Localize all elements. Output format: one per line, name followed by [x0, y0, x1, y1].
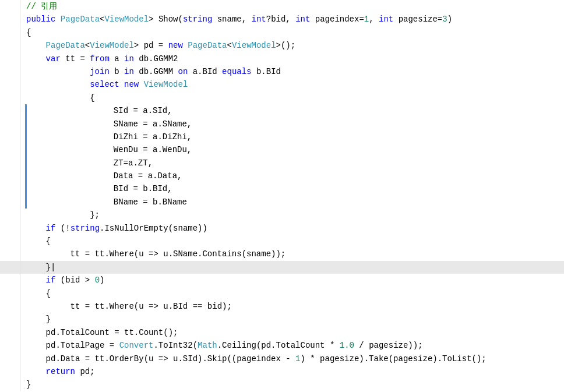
code-line-method-close: } — [0, 378, 564, 391]
code-line-select-open: { — [0, 91, 564, 104]
line-number — [0, 261, 20, 274]
code-line-where-bid: tt = tt.Where(u => u.BId == bid); — [0, 300, 564, 313]
code-text[interactable]: { — [25, 91, 564, 104]
code-line-if-bid-close: } — [0, 313, 564, 326]
code-text[interactable]: SName = a.SName, — [29, 118, 564, 130]
code-text[interactable]: // 引用 — [25, 0, 564, 13]
code-line-close-sname-highlighted[interactable]: }| — [0, 261, 564, 274]
code-line-wendu: WenDu = a.WenDu, — [0, 143, 564, 156]
code-text[interactable]: DiZhi = a.DiZhi, — [29, 130, 564, 143]
code-text[interactable]: if (bid > 0) — [25, 274, 564, 287]
code-line-sid: SId = a.SId, — [0, 104, 564, 117]
code-line-dizhi: DiZhi = a.DiZhi, — [0, 130, 564, 143]
code-text[interactable]: }; — [25, 209, 564, 221]
code-text[interactable]: }| — [25, 261, 564, 274]
code-line-bname: BName = b.BName — [0, 196, 564, 209]
line-number — [0, 0, 20, 13]
code-text[interactable]: select new ViewModel — [25, 78, 564, 91]
line-number — [0, 157, 20, 169]
line-number — [0, 300, 20, 313]
line-number — [0, 287, 20, 300]
code-line-if-sname: if (!string.IsNullOrEmpty(sname)) — [0, 222, 564, 235]
code-text[interactable]: tt = tt.Where(u => u.BId == bid); — [25, 300, 564, 313]
line-number — [0, 274, 20, 287]
line-number — [0, 104, 20, 117]
code-text[interactable]: BId = b.BId, — [29, 182, 564, 195]
code-line-linq-join: join b in db.GGMM on a.BId equals b.BId — [0, 65, 564, 78]
code-line-if-sname-open: { — [0, 235, 564, 248]
code-line-totalcount: pd.TotalCount = tt.Count(); — [0, 326, 564, 339]
code-line-open-brace: { — [0, 26, 564, 39]
line-number — [0, 235, 20, 248]
code-line-select-close: }; — [0, 209, 564, 221]
code-text[interactable]: public PageData<ViewModel> Show(string s… — [25, 13, 564, 26]
code-line-pd-init: PageData<ViewModel> pd = new PageData<Vi… — [0, 39, 564, 52]
code-text[interactable]: pd.TotalPage = Convert.ToInt32(Math.Ceil… — [25, 339, 564, 352]
code-line-totalpage: pd.TotalPage = Convert.ToInt32(Math.Ceil… — [0, 339, 564, 352]
line-number — [0, 326, 20, 339]
code-line-data: Data = a.Data, — [0, 169, 564, 182]
line-number — [0, 182, 20, 195]
code-text[interactable]: tt = tt.Where(u => u.SName.Contains(snam… — [25, 248, 564, 260]
code-line-sname: SName = a.SName, — [0, 118, 564, 130]
code-text[interactable]: pd.Data = tt.OrderBy(u => u.SId).Skip((p… — [25, 352, 564, 365]
code-text[interactable]: { — [25, 287, 564, 300]
left-border-sid — [25, 104, 27, 117]
line-number — [0, 130, 20, 143]
code-text[interactable]: var tt = from a in db.GGMM2 — [25, 52, 564, 65]
code-text[interactable]: join b in db.GGMM on a.BId equals b.BId — [25, 65, 564, 78]
code-line-if-bid-open: { — [0, 287, 564, 300]
code-text[interactable]: } — [25, 313, 564, 326]
line-number — [0, 248, 20, 260]
line-number — [0, 209, 20, 221]
code-text[interactable]: Data = a.Data, — [29, 169, 564, 182]
line-number — [0, 52, 20, 65]
left-border-sname — [25, 118, 27, 130]
line-number — [0, 78, 20, 91]
line-number — [0, 352, 20, 365]
code-text[interactable]: PageData<ViewModel> pd = new PageData<Vi… — [25, 39, 564, 52]
code-text[interactable]: SId = a.SId, — [29, 104, 564, 117]
code-text[interactable]: ZT=a.ZT, — [29, 157, 564, 169]
code-text[interactable]: { — [25, 26, 564, 39]
line-number — [0, 365, 20, 378]
code-line-method-sig: public PageData<ViewModel> Show(string s… — [0, 13, 564, 26]
code-line-return: return pd; — [0, 365, 564, 378]
line-number — [0, 13, 20, 26]
code-line-pd-data: pd.Data = tt.OrderBy(u => u.SId).Skip((p… — [0, 352, 564, 365]
code-text[interactable]: { — [25, 235, 564, 248]
code-line-if-bid: if (bid > 0) — [0, 274, 564, 287]
line-number — [0, 26, 20, 39]
code-line-linq-select: select new ViewModel — [0, 78, 564, 91]
line-number — [0, 339, 20, 352]
line-number — [0, 91, 20, 104]
line-number — [0, 313, 20, 326]
code-text[interactable]: pd.TotalCount = tt.Count(); — [25, 326, 564, 339]
code-line-comment: // 引用 — [0, 0, 564, 13]
code-text[interactable]: return pd; — [25, 365, 564, 378]
left-border-data — [25, 169, 27, 182]
line-number — [0, 65, 20, 78]
code-editor: // 引用 public PageData<ViewModel> Show(st… — [0, 0, 564, 392]
code-text[interactable]: BName = b.BName — [29, 196, 564, 209]
left-border-bid — [25, 182, 27, 195]
code-line-where-sname: tt = tt.Where(u => u.SName.Contains(snam… — [0, 248, 564, 260]
code-line-bid: BId = b.BId, — [0, 182, 564, 195]
left-border-dizhi — [25, 130, 27, 143]
code-text[interactable]: } — [25, 378, 564, 391]
code-line-linq-from: var tt = from a in db.GGMM2 — [0, 52, 564, 65]
code-text[interactable]: if (!string.IsNullOrEmpty(sname)) — [25, 222, 564, 235]
line-number — [0, 196, 20, 209]
line-number — [0, 39, 20, 52]
line-number — [0, 118, 20, 130]
line-number — [0, 222, 20, 235]
left-border-wendu — [25, 143, 27, 156]
left-border-bname — [25, 196, 27, 209]
left-border-zt — [25, 157, 27, 169]
line-number — [0, 143, 20, 156]
code-text[interactable]: WenDu = a.WenDu, — [29, 143, 564, 156]
code-line-zt: ZT=a.ZT, — [0, 157, 564, 169]
line-number — [0, 378, 20, 391]
line-number — [0, 169, 20, 182]
